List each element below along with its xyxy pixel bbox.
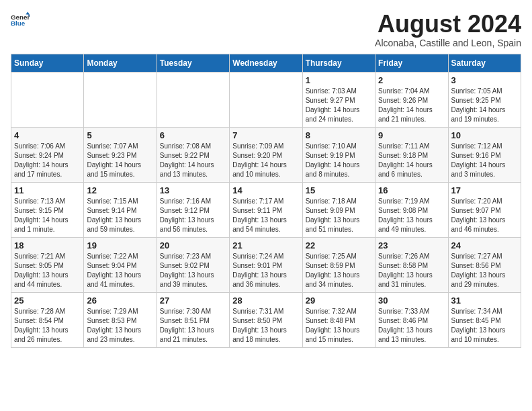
day-info: Sunrise: 7:27 AM Sunset: 8:56 PM Dayligh… bbox=[451, 252, 518, 289]
calendar-day-25: 25Sunrise: 7:28 AM Sunset: 8:54 PM Dayli… bbox=[11, 292, 84, 347]
day-info: Sunrise: 7:30 AM Sunset: 8:51 PM Dayligh… bbox=[160, 307, 226, 345]
day-info: Sunrise: 7:17 AM Sunset: 9:11 PM Dayligh… bbox=[232, 197, 299, 234]
calendar-day-31: 31Sunrise: 7:34 AM Sunset: 8:45 PM Dayli… bbox=[448, 292, 521, 347]
day-info: Sunrise: 7:24 AM Sunset: 9:01 PM Dayligh… bbox=[232, 252, 299, 289]
calendar-day-3: 3Sunrise: 7:05 AM Sunset: 9:25 PM Daylig… bbox=[448, 72, 521, 127]
calendar-day-11: 11Sunrise: 7:13 AM Sunset: 9:15 PM Dayli… bbox=[11, 182, 84, 237]
empty-cell bbox=[230, 72, 302, 127]
calendar-day-17: 17Sunrise: 7:20 AM Sunset: 9:07 PM Dayli… bbox=[448, 182, 521, 237]
day-number: 15 bbox=[306, 185, 372, 195]
day-number: 23 bbox=[378, 240, 445, 250]
day-number: 19 bbox=[87, 240, 153, 250]
day-info: Sunrise: 7:13 AM Sunset: 9:15 PM Dayligh… bbox=[14, 197, 81, 234]
calendar-week-row: 4Sunrise: 7:06 AM Sunset: 9:24 PM Daylig… bbox=[11, 127, 521, 182]
weekday-header-saturday: Saturday bbox=[448, 54, 521, 72]
weekday-header-tuesday: Tuesday bbox=[157, 54, 229, 72]
calendar-day-8: 8Sunrise: 7:10 AM Sunset: 9:19 PM Daylig… bbox=[302, 127, 375, 182]
location-subtitle: Alconaba, Castille and Leon, Spain bbox=[375, 38, 521, 48]
calendar-day-10: 10Sunrise: 7:12 AM Sunset: 9:16 PM Dayli… bbox=[448, 127, 521, 182]
day-number: 22 bbox=[306, 240, 372, 250]
day-number: 25 bbox=[14, 295, 81, 306]
calendar-day-23: 23Sunrise: 7:26 AM Sunset: 8:58 PM Dayli… bbox=[375, 237, 448, 292]
day-info: Sunrise: 7:19 AM Sunset: 9:08 PM Dayligh… bbox=[378, 197, 445, 234]
weekday-header-monday: Monday bbox=[84, 54, 157, 72]
calendar-table: SundayMondayTuesdayWednesdayThursdayFrid… bbox=[11, 54, 521, 348]
day-info: Sunrise: 7:32 AM Sunset: 8:48 PM Dayligh… bbox=[306, 307, 372, 345]
svg-text:Blue: Blue bbox=[11, 19, 26, 27]
day-info: Sunrise: 7:03 AM Sunset: 9:27 PM Dayligh… bbox=[306, 87, 372, 124]
calendar-day-22: 22Sunrise: 7:25 AM Sunset: 8:59 PM Dayli… bbox=[302, 237, 375, 292]
day-number: 8 bbox=[306, 130, 372, 140]
day-info: Sunrise: 7:28 AM Sunset: 8:54 PM Dayligh… bbox=[14, 307, 81, 345]
day-info: Sunrise: 7:08 AM Sunset: 9:22 PM Dayligh… bbox=[160, 142, 226, 179]
day-number: 9 bbox=[378, 130, 445, 140]
day-number: 24 bbox=[451, 240, 518, 250]
calendar-day-18: 18Sunrise: 7:21 AM Sunset: 9:05 PM Dayli… bbox=[11, 237, 84, 292]
day-info: Sunrise: 7:09 AM Sunset: 9:20 PM Dayligh… bbox=[232, 142, 299, 179]
calendar-day-5: 5Sunrise: 7:07 AM Sunset: 9:23 PM Daylig… bbox=[84, 127, 157, 182]
day-info: Sunrise: 7:05 AM Sunset: 9:25 PM Dayligh… bbox=[451, 87, 518, 124]
logo: General Blue bbox=[11, 11, 30, 30]
weekday-header-friday: Friday bbox=[375, 54, 448, 72]
calendar-day-4: 4Sunrise: 7:06 AM Sunset: 9:24 PM Daylig… bbox=[11, 127, 84, 182]
calendar-day-13: 13Sunrise: 7:16 AM Sunset: 9:12 PM Dayli… bbox=[157, 182, 229, 237]
calendar-day-27: 27Sunrise: 7:30 AM Sunset: 8:51 PM Dayli… bbox=[157, 292, 229, 347]
day-info: Sunrise: 7:26 AM Sunset: 8:58 PM Dayligh… bbox=[378, 252, 445, 289]
weekday-header-row: SundayMondayTuesdayWednesdayThursdayFrid… bbox=[11, 54, 521, 72]
calendar-day-2: 2Sunrise: 7:04 AM Sunset: 9:26 PM Daylig… bbox=[375, 72, 448, 127]
month-year-title: August 2024 bbox=[375, 11, 521, 38]
weekday-header-sunday: Sunday bbox=[11, 54, 84, 72]
logo-icon: General Blue bbox=[11, 11, 30, 30]
calendar-day-20: 20Sunrise: 7:23 AM Sunset: 9:02 PM Dayli… bbox=[157, 237, 229, 292]
day-info: Sunrise: 7:16 AM Sunset: 9:12 PM Dayligh… bbox=[160, 197, 226, 234]
calendar-day-28: 28Sunrise: 7:31 AM Sunset: 8:50 PM Dayli… bbox=[230, 292, 302, 347]
day-number: 26 bbox=[87, 295, 153, 306]
day-number: 10 bbox=[451, 130, 518, 140]
day-info: Sunrise: 7:07 AM Sunset: 9:23 PM Dayligh… bbox=[87, 142, 153, 179]
day-info: Sunrise: 7:29 AM Sunset: 8:53 PM Dayligh… bbox=[87, 307, 153, 345]
title-block: August 2024 Alconaba, Castille and Leon,… bbox=[375, 11, 521, 48]
day-number: 7 bbox=[232, 130, 299, 140]
day-number: 27 bbox=[160, 295, 226, 306]
calendar-day-12: 12Sunrise: 7:15 AM Sunset: 9:14 PM Dayli… bbox=[84, 182, 157, 237]
calendar-day-6: 6Sunrise: 7:08 AM Sunset: 9:22 PM Daylig… bbox=[157, 127, 229, 182]
day-number: 28 bbox=[232, 295, 299, 306]
calendar-day-30: 30Sunrise: 7:33 AM Sunset: 8:46 PM Dayli… bbox=[375, 292, 448, 347]
calendar-day-19: 19Sunrise: 7:22 AM Sunset: 9:04 PM Dayli… bbox=[84, 237, 157, 292]
day-info: Sunrise: 7:34 AM Sunset: 8:45 PM Dayligh… bbox=[451, 307, 518, 345]
day-number: 21 bbox=[232, 240, 299, 250]
empty-cell bbox=[11, 72, 84, 127]
weekday-header-thursday: Thursday bbox=[302, 54, 375, 72]
calendar-day-9: 9Sunrise: 7:11 AM Sunset: 9:18 PM Daylig… bbox=[375, 127, 448, 182]
day-info: Sunrise: 7:04 AM Sunset: 9:26 PM Dayligh… bbox=[378, 87, 445, 124]
day-number: 18 bbox=[14, 240, 81, 250]
empty-cell bbox=[84, 72, 157, 127]
calendar-day-21: 21Sunrise: 7:24 AM Sunset: 9:01 PM Dayli… bbox=[230, 237, 302, 292]
day-number: 13 bbox=[160, 185, 226, 195]
day-info: Sunrise: 7:25 AM Sunset: 8:59 PM Dayligh… bbox=[306, 252, 372, 289]
day-info: Sunrise: 7:11 AM Sunset: 9:18 PM Dayligh… bbox=[378, 142, 445, 179]
day-number: 11 bbox=[14, 185, 81, 195]
day-number: 12 bbox=[87, 185, 153, 195]
calendar-day-15: 15Sunrise: 7:18 AM Sunset: 9:09 PM Dayli… bbox=[302, 182, 375, 237]
calendar-day-26: 26Sunrise: 7:29 AM Sunset: 8:53 PM Dayli… bbox=[84, 292, 157, 347]
day-info: Sunrise: 7:10 AM Sunset: 9:19 PM Dayligh… bbox=[306, 142, 372, 179]
day-info: Sunrise: 7:21 AM Sunset: 9:05 PM Dayligh… bbox=[14, 252, 81, 289]
day-number: 3 bbox=[451, 75, 518, 85]
day-info: Sunrise: 7:22 AM Sunset: 9:04 PM Dayligh… bbox=[87, 252, 153, 289]
day-number: 14 bbox=[232, 185, 299, 195]
page-header: General Blue August 2024 Alconaba, Casti… bbox=[11, 11, 521, 48]
calendar-day-29: 29Sunrise: 7:32 AM Sunset: 8:48 PM Dayli… bbox=[302, 292, 375, 347]
day-info: Sunrise: 7:20 AM Sunset: 9:07 PM Dayligh… bbox=[451, 197, 518, 234]
calendar-day-1: 1Sunrise: 7:03 AM Sunset: 9:27 PM Daylig… bbox=[302, 72, 375, 127]
empty-cell bbox=[157, 72, 229, 127]
day-number: 20 bbox=[160, 240, 226, 250]
calendar-week-row: 11Sunrise: 7:13 AM Sunset: 9:15 PM Dayli… bbox=[11, 182, 521, 237]
calendar-day-14: 14Sunrise: 7:17 AM Sunset: 9:11 PM Dayli… bbox=[230, 182, 302, 237]
calendar-day-24: 24Sunrise: 7:27 AM Sunset: 8:56 PM Dayli… bbox=[448, 237, 521, 292]
day-number: 30 bbox=[378, 295, 445, 306]
calendar-week-row: 1Sunrise: 7:03 AM Sunset: 9:27 PM Daylig… bbox=[11, 72, 521, 127]
day-info: Sunrise: 7:31 AM Sunset: 8:50 PM Dayligh… bbox=[232, 307, 299, 345]
day-number: 1 bbox=[306, 75, 372, 85]
day-number: 6 bbox=[160, 130, 226, 140]
